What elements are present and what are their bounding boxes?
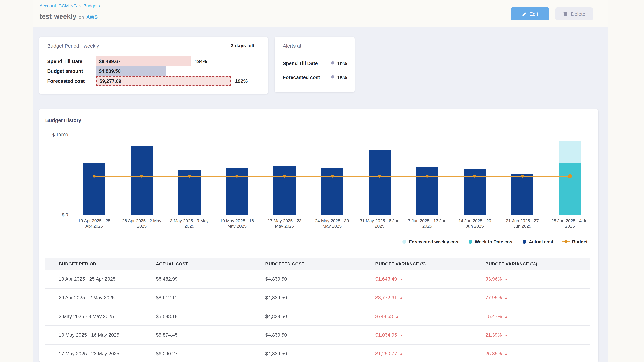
y-axis-tick: $ 0: [44, 212, 68, 217]
legend-item[interactable]: Forecasted weekly cost: [402, 239, 460, 244]
legend-label: Budget: [572, 239, 588, 244]
cell-budget-period: 3 May 2025 - 9 May 2025: [45, 314, 156, 319]
cell-budget-period: 26 Apr 2025 - 2 May 2025: [45, 295, 156, 300]
y-axis-tick: $ 10000: [44, 132, 68, 137]
budget-history-card: Budget History $ 0$ 1000019 Apr 2025 - 2…: [39, 109, 598, 362]
alerts-card: Alerts at Spend Till Date10%Forecasted c…: [275, 37, 354, 92]
cell-budgeted-cost: $4,839.50: [265, 332, 375, 338]
table-column-header[interactable]: BUDGET PERIOD: [45, 261, 156, 267]
delete-button[interactable]: Delete: [556, 7, 593, 20]
budget-row-percent: 192%: [235, 78, 248, 84]
budget-row-value: $4,839.50: [96, 68, 120, 73]
cell-variance-pct: 21.39%▲: [485, 332, 590, 338]
content-area: Budget Period - weekly 3 days left Spend…: [33, 27, 608, 362]
legend-label: Forecasted weekly cost: [409, 239, 460, 244]
arrow-up-icon: ▲: [504, 315, 508, 318]
alert-label: Forecasted cost: [283, 75, 320, 80]
arrow-up-icon: ▲: [504, 277, 508, 281]
x-axis-tick: 31 May 2025 - 6 Jun2025: [356, 218, 404, 229]
actual-cost-bar[interactable]: [368, 150, 391, 215]
gridline: [70, 135, 594, 135]
page: Account: CCM-NG›Budgets test-weekly on A…: [0, 0, 644, 362]
title-row: test-weekly on AWS: [40, 13, 98, 20]
breadcrumb-separator-icon: ›: [80, 3, 81, 8]
x-axis-tick: 28 Jun 2025 - 4 Jul2025: [546, 218, 594, 229]
budget-period-card: Budget Period - weekly 3 days left Spend…: [39, 37, 268, 94]
cell-variance-pct: 15.47%▲: [485, 314, 590, 319]
cell-budgeted-cost: $4,839.50: [265, 351, 375, 356]
actual-cost-bar[interactable]: [83, 163, 105, 215]
budget-row-label: Budget amount: [47, 68, 83, 73]
actual-cost-bar[interactable]: [416, 167, 438, 215]
alerts-title: Alerts at: [283, 43, 301, 49]
alert-label: Spend Till Date: [283, 61, 318, 66]
arrow-up-icon: ▲: [504, 352, 508, 356]
alert-row: Forecasted cost15%: [283, 74, 347, 81]
chart-legend: Forecasted weekly costWeek to Date costA…: [402, 239, 588, 244]
cell-budgeted-cost: $4,839.50: [265, 276, 375, 282]
arrow-up-icon: ▲: [400, 277, 403, 281]
cell-actual-cost: $5,874.45: [156, 332, 265, 338]
cell-budget-period: 19 Apr 2025 - 25 Apr 2025: [45, 276, 156, 282]
legend-item[interactable]: Actual cost: [522, 239, 553, 244]
budget-line-marker: [568, 174, 572, 178]
table-row[interactable]: 10 May 2025 - 16 May 2025$5,874.45$4,839…: [45, 326, 590, 345]
week-to-date-bar[interactable]: [559, 163, 581, 215]
breadcrumb-account[interactable]: Account: CCM-NG: [40, 3, 77, 8]
cell-actual-cost: $6,090.27: [156, 351, 265, 356]
trash-icon: [563, 11, 568, 16]
table-column-header[interactable]: BUDGETED COST: [265, 261, 375, 267]
budget-row-percent: 134%: [194, 58, 207, 64]
alert-threshold: 10%: [337, 60, 347, 66]
cell-budget-period: 10 May 2025 - 16 May 2025: [45, 332, 156, 338]
table-column-header[interactable]: BUDGET VARIANCE ($): [375, 261, 485, 267]
legend-dot-icon: [402, 240, 406, 244]
budget-legend-marker-icon: [562, 241, 569, 242]
breadcrumb-budgets[interactable]: Budgets: [83, 3, 100, 8]
platform-label: AWS: [86, 14, 98, 20]
legend-label: Actual cost: [529, 239, 553, 244]
x-axis-tick: 7 Jun 2025 - 13 Jun2025: [403, 218, 451, 229]
table-row[interactable]: 19 Apr 2025 - 25 Apr 2025$6,482.99$4,839…: [45, 270, 590, 289]
cell-variance-pct: 77.95%▲: [485, 295, 590, 300]
legend-item[interactable]: Budget: [562, 239, 588, 244]
bell-icon: [330, 74, 335, 81]
legend-dot-icon: [522, 240, 526, 244]
x-axis-tick: 10 May 2025 - 16May 2025: [213, 218, 261, 229]
legend-item[interactable]: Week to Date cost: [468, 239, 514, 244]
cell-variance-usd: $1,643.49▲: [375, 276, 485, 282]
budget-period-row: Forecasted cost$9,277.09192%: [39, 76, 268, 86]
budget-period-row: Budget amount$4,839.50: [39, 66, 268, 76]
delete-button-label: Delete: [571, 11, 586, 17]
table-row[interactable]: 3 May 2025 - 9 May 2025$5,588.18$4,839.5…: [45, 307, 590, 326]
x-axis-tick: 26 Apr 2025 - 2 May2025: [118, 218, 166, 229]
bell-icon: [330, 60, 335, 66]
gridline: [70, 215, 594, 215]
budget-row-bar: $9,277.09: [96, 76, 231, 86]
alert-threshold: 15%: [337, 75, 347, 80]
x-axis-tick: 14 Jun 2025 - 20Jun 2025: [451, 218, 498, 229]
cell-variance-usd: $1,034.95▲: [375, 332, 485, 338]
table-row[interactable]: 26 Apr 2025 - 2 May 2025$8,612.11$4,839.…: [45, 289, 590, 307]
table-row[interactable]: 17 May 2025 - 23 May 2025$6,090.27$4,839…: [45, 345, 590, 362]
app-panel: Account: CCM-NG›Budgets test-weekly on A…: [33, 0, 608, 362]
actual-cost-bar[interactable]: [511, 174, 534, 215]
arrow-up-icon: ▲: [400, 352, 403, 356]
edit-button[interactable]: Edit: [510, 7, 550, 20]
table-column-header[interactable]: ACTUAL COST: [156, 261, 265, 267]
x-axis-tick: 21 Jun 2025 - 27Jun 2025: [498, 218, 546, 229]
on-label: on: [79, 15, 84, 20]
cell-actual-cost: $5,588.18: [156, 314, 265, 319]
budget-period-title: Budget Period - weekly: [47, 43, 99, 49]
days-left-label: 3 days left: [231, 43, 254, 48]
budget-row-value: $9,277.09: [96, 78, 121, 84]
table-column-header[interactable]: BUDGET VARIANCE (%): [485, 261, 590, 267]
budget-row-bar: $6,499.67: [96, 56, 190, 66]
actual-cost-bar[interactable]: [131, 146, 153, 215]
forecasted-cost-bar[interactable]: [559, 141, 581, 163]
table-header-row: BUDGET PERIODACTUAL COSTBUDGETED COSTBUD…: [45, 258, 590, 270]
budget-history-title: Budget History: [45, 117, 81, 123]
budget-period-row: Spend Till Date$6,499.67134%: [39, 56, 268, 66]
actual-cost-bar[interactable]: [273, 166, 296, 215]
cell-variance-pct: 25.85%▲: [485, 351, 590, 356]
